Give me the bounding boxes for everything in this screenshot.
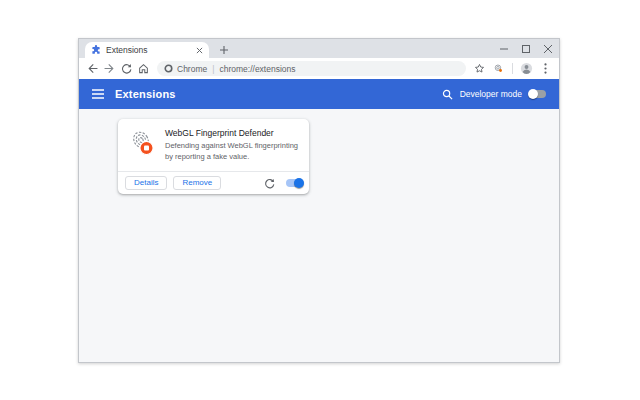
extension-description: Defending against WebGL fingerprinting b… (165, 141, 305, 163)
menu-dots-icon[interactable] (537, 60, 554, 77)
back-icon[interactable] (84, 60, 101, 77)
url-text: chrome://extensions (219, 64, 295, 74)
url-separator: | (211, 64, 215, 74)
new-tab-button[interactable] (216, 42, 232, 58)
maximize-button[interactable] (515, 39, 537, 58)
browser-toolbar: Chrome | chrome://extensions (79, 58, 559, 79)
hamburger-menu-icon[interactable] (92, 89, 104, 99)
remove-button[interactable]: Remove (173, 176, 221, 191)
developer-mode-label: Developer mode (460, 89, 522, 99)
browser-window: Extensions (78, 38, 560, 363)
profile-avatar-icon[interactable] (518, 60, 535, 77)
webgl-fingerprint-icon (128, 129, 156, 157)
search-icon[interactable] (442, 89, 453, 100)
close-button[interactable] (537, 39, 559, 58)
address-bar[interactable]: Chrome | chrome://extensions (157, 61, 466, 76)
tab-title: Extensions (106, 45, 191, 55)
site-label: Chrome (177, 64, 207, 74)
browser-tab-extensions[interactable]: Extensions (85, 42, 209, 58)
details-button[interactable]: Details (125, 176, 167, 191)
extension-toolbar-icon[interactable] (490, 60, 507, 77)
developer-mode-toggle[interactable] (530, 90, 546, 98)
extension-reload-icon[interactable] (262, 176, 276, 190)
home-icon[interactable] (135, 60, 152, 77)
puzzle-favicon-icon (91, 45, 101, 55)
toolbar-divider (512, 63, 513, 74)
extension-title: WebGL Fingerprint Defender (165, 128, 305, 138)
bookmark-star-icon[interactable] (471, 60, 488, 77)
forward-icon[interactable] (101, 60, 118, 77)
toolbar-right (471, 60, 554, 77)
extension-card: WebGL Fingerprint Defender Defending aga… (118, 119, 309, 194)
site-info-icon[interactable] (164, 64, 173, 73)
minimize-button[interactable] (493, 39, 515, 58)
extension-enabled-toggle[interactable] (286, 179, 302, 187)
window-controls (493, 39, 559, 58)
extensions-content: WebGL Fingerprint Defender Defending aga… (79, 109, 559, 362)
tab-close-icon[interactable] (196, 47, 203, 54)
page-title: Extensions (115, 88, 176, 100)
tab-strip: Extensions (79, 39, 559, 58)
reload-icon[interactable] (118, 60, 135, 77)
extensions-page-header: Extensions Developer mode (79, 79, 559, 109)
